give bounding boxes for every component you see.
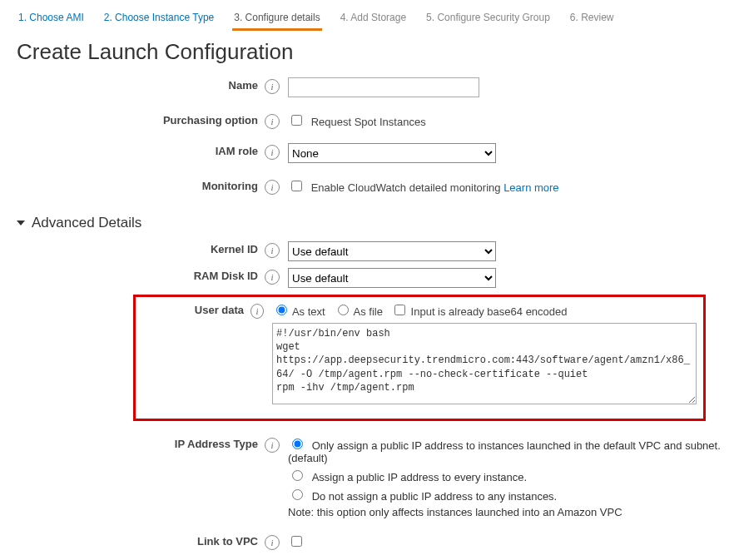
user-data-as-file-radio[interactable] xyxy=(338,305,349,315)
purchasing-label: Purchasing option xyxy=(17,112,258,126)
user-data-label: User data xyxy=(142,302,244,316)
user-data-as-text-radio[interactable] xyxy=(276,305,287,315)
wizard-step-5[interactable]: 5. Configure Security Group xyxy=(424,7,552,31)
link-to-vpc-checkbox[interactable] xyxy=(291,536,302,547)
user-data-as-file-label: As file xyxy=(354,305,383,318)
base64-checkbox[interactable] xyxy=(394,305,405,315)
ip-opt2-radio[interactable] xyxy=(292,470,303,481)
wizard-step-3[interactable]: 3. Configure details xyxy=(232,7,321,31)
name-label: Name xyxy=(17,77,258,92)
spot-checkbox[interactable] xyxy=(291,115,302,126)
caret-down-icon xyxy=(17,221,25,225)
user-data-highlight: User data i As text As file Input is alr… xyxy=(133,295,706,421)
monitoring-checkbox-label: Enable CloudWatch detailed monitoring xyxy=(311,181,501,194)
monitoring-checkbox[interactable] xyxy=(291,181,302,191)
info-icon[interactable]: i xyxy=(265,180,280,195)
ip-opt2-label: Assign a public IP address to every inst… xyxy=(312,471,527,483)
info-icon[interactable]: i xyxy=(265,243,280,258)
wizard-step-2[interactable]: 2. Choose Instance Type xyxy=(102,7,216,31)
user-data-as-text-label: As text xyxy=(292,305,325,318)
wizard-nav: 1. Choose AMI 2. Choose Instance Type 3.… xyxy=(17,7,722,31)
name-input[interactable] xyxy=(288,77,479,97)
wizard-step-6[interactable]: 6. Review xyxy=(568,7,616,31)
kernel-id-select[interactable]: Use default xyxy=(288,241,496,261)
info-icon[interactable]: i xyxy=(250,304,264,319)
ip-opt3-radio[interactable] xyxy=(292,489,303,500)
wizard-step-1[interactable]: 1. Choose AMI xyxy=(17,7,86,31)
iam-role-select[interactable]: None xyxy=(288,143,496,163)
spot-checkbox-label: Request Spot Instances xyxy=(311,116,426,128)
info-icon[interactable]: i xyxy=(265,535,280,550)
info-icon[interactable]: i xyxy=(265,79,280,94)
link-to-vpc-label: Link to VPC xyxy=(17,533,258,548)
base64-checkbox-label: Input is already base64 encoded xyxy=(411,305,568,318)
ram-disk-id-label: RAM Disk ID xyxy=(17,268,258,282)
wizard-step-4[interactable]: 4. Add Storage xyxy=(339,7,408,31)
info-icon[interactable]: i xyxy=(265,145,280,160)
monitoring-label: Monitoring xyxy=(17,178,258,192)
ram-disk-id-select[interactable]: Use default xyxy=(288,268,496,288)
learn-more-link[interactable]: Learn more xyxy=(503,181,558,194)
info-icon[interactable]: i xyxy=(265,438,280,453)
ip-opt1-radio[interactable] xyxy=(292,439,303,449)
ip-note: Note: this option only affects instances… xyxy=(288,506,721,518)
page-title: Create Launch Configuration xyxy=(17,39,722,65)
iam-role-label: IAM role xyxy=(17,143,258,157)
user-data-textarea[interactable] xyxy=(272,323,697,404)
ip-address-type-label: IP Address Type xyxy=(17,436,258,450)
ip-opt3-label: Do not assign a public IP address to any… xyxy=(312,490,558,503)
kernel-id-label: Kernel ID xyxy=(17,241,258,255)
advanced-details-header[interactable]: Advanced Details xyxy=(17,215,722,231)
advanced-details-title: Advanced Details xyxy=(32,215,141,231)
info-icon[interactable]: i xyxy=(265,270,280,285)
ip-opt1-label: Only assign a public IP address to insta… xyxy=(288,439,721,464)
info-icon[interactable]: i xyxy=(265,114,280,129)
